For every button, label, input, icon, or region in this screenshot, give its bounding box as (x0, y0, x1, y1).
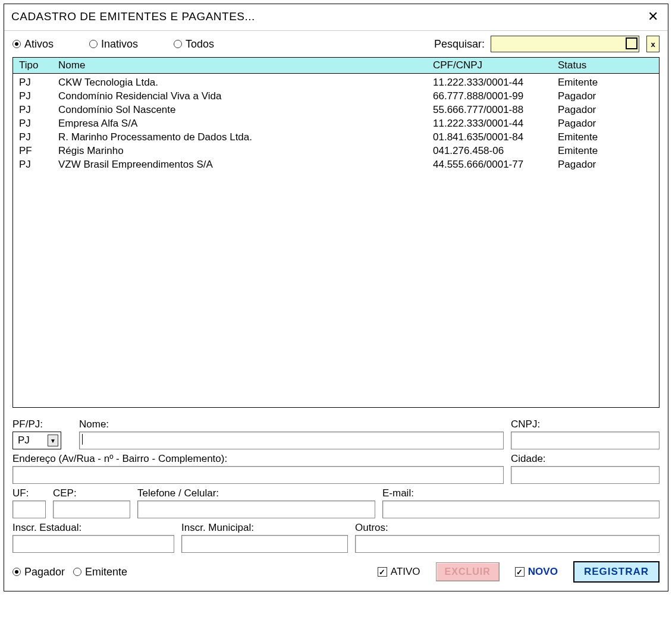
table-row[interactable]: PJVZW Brasil Empreendimentos S/A44.555.6… (19, 158, 653, 172)
radio-dot-icon (12, 568, 21, 576)
cell-tipo: PJ (19, 103, 58, 117)
radio-pagador[interactable]: Pagador (12, 566, 65, 578)
cell-cpf: 11.222.333/0001-44 (433, 76, 558, 90)
radio-ativos-label: Ativos (24, 38, 54, 51)
col-header-tipo[interactable]: Tipo (19, 59, 58, 71)
radio-inativos-label: Inativos (101, 38, 138, 51)
inscr-mun-field[interactable] (181, 535, 348, 553)
nome-field[interactable] (79, 432, 504, 449)
cell-nome: VZW Brasil Empreendimentos S/A (58, 158, 433, 172)
inscr-est-field[interactable] (12, 535, 174, 553)
cell-status: Emitente (558, 144, 653, 158)
cell-tipo: PJ (19, 158, 58, 172)
cell-nome: Empresa Alfa S/A (58, 117, 433, 131)
window-title: CADASTRO DE EMITENTES E PAGANTES... (11, 10, 255, 23)
search-label: Pesquisar: (434, 38, 485, 51)
radio-emitente[interactable]: Emitente (73, 566, 127, 578)
table-row[interactable]: PJEmpresa Alfa S/A11.222.333/0001-44Paga… (19, 117, 653, 131)
cell-nome: Régis Marinho (58, 144, 433, 158)
radio-todos[interactable]: Todos (174, 38, 214, 51)
cell-status: Emitente (558, 76, 653, 90)
radio-dot-icon (12, 40, 21, 48)
col-header-cpf[interactable]: CPF/CNPJ (433, 59, 558, 71)
col-header-nome[interactable]: Nome (58, 59, 433, 71)
cell-status: Pagador (558, 158, 653, 172)
telefone-field[interactable] (137, 501, 375, 518)
col-header-status[interactable]: Status (558, 59, 659, 71)
titlebar: CADASTRO DE EMITENTES E PAGANTES... ✕ (4, 4, 668, 30)
radio-emitente-label: Emitente (85, 566, 127, 578)
cell-status: Pagador (558, 103, 653, 117)
chevron-down-icon: ▼ (48, 435, 58, 446)
outros-field[interactable] (355, 535, 660, 553)
outros-label: Outros: (355, 522, 660, 534)
pfpj-value: PJ (18, 435, 30, 446)
cnpj-field[interactable] (511, 432, 660, 449)
email-field[interactable] (382, 501, 660, 518)
table-row[interactable]: PJR. Marinho Processamento de Dados Ltda… (19, 131, 653, 144)
novo-label: NOVO (528, 566, 558, 578)
radio-ativos[interactable]: Ativos (12, 38, 54, 51)
cell-cpf: 44.555.666/0001-77 (433, 158, 558, 172)
cell-nome: Condomínio Residencial Viva a Vida (58, 90, 433, 103)
inscr-est-label: Inscr. Estadual: (12, 522, 174, 534)
email-label: E-mail: (382, 487, 660, 499)
radio-todos-label: Todos (186, 38, 214, 51)
check-icon: ✓ (515, 567, 525, 577)
cell-tipo: PJ (19, 90, 58, 103)
cell-tipo: PJ (19, 117, 58, 131)
radio-dot-icon (73, 568, 81, 576)
entities-grid[interactable]: Tipo Nome CPF/CNPJ Status PJCKW Tecnolog… (12, 57, 660, 408)
cell-status: Emitente (558, 131, 653, 144)
cep-field[interactable] (53, 501, 130, 518)
radio-dot-icon (89, 40, 98, 48)
radio-pagador-label: Pagador (24, 566, 65, 578)
table-row[interactable]: PFRégis Marinho041.276.458-06Emitente (19, 144, 653, 158)
cell-cpf: 66.777.888/0001-99 (433, 90, 558, 103)
ativo-label: ATIVO (391, 566, 420, 578)
radio-dot-icon (174, 40, 182, 48)
table-row[interactable]: PJCKW Tecnologia Ltda.11.222.333/0001-44… (19, 76, 653, 90)
cnpj-label: CNPJ: (511, 418, 660, 430)
novo-checkbox[interactable]: ✓ NOVO (515, 566, 558, 578)
cell-cpf: 041.276.458-06 (433, 144, 558, 158)
cidade-label: Cidade: (511, 453, 660, 465)
close-icon[interactable]: ✕ (644, 9, 662, 24)
search-input[interactable] (491, 36, 639, 52)
pfpj-label: PF/PJ: (12, 418, 72, 430)
cep-label: CEP: (53, 487, 130, 499)
search-go-icon[interactable] (626, 37, 638, 49)
cell-nome: CKW Tecnologia Ltda. (58, 76, 433, 90)
inscr-mun-label: Inscr. Municipal: (181, 522, 348, 534)
cell-tipo: PJ (19, 76, 58, 90)
grid-header: Tipo Nome CPF/CNPJ Status (13, 58, 659, 74)
cell-cpf: 01.841.635/0001-84 (433, 131, 558, 144)
filter-radio-group: Ativos Inativos Todos (12, 38, 428, 51)
cell-tipo: PF (19, 144, 58, 158)
cell-cpf: 11.222.333/0001-44 (433, 117, 558, 131)
cell-status: Pagador (558, 90, 653, 103)
cell-cpf: 55.666.777/0001-88 (433, 103, 558, 117)
cell-nome: R. Marinho Processamento de Dados Ltda. (58, 131, 433, 144)
search-clear-button[interactable]: x (646, 36, 660, 52)
cell-status: Pagador (558, 117, 653, 131)
cell-tipo: PJ (19, 131, 58, 144)
endereco-field[interactable] (12, 466, 504, 484)
uf-field[interactable] (12, 501, 46, 518)
endereco-label: Endereço (Av/Rua - nº - Bairro - Complem… (12, 453, 504, 465)
table-row[interactable]: PJCondomínio Sol Nascente55.666.777/0001… (19, 103, 653, 117)
window-cadastro: CADASTRO DE EMITENTES E PAGANTES... ✕ At… (4, 4, 668, 591)
uf-label: UF: (12, 487, 46, 499)
excluir-button[interactable]: EXCLUIR (436, 562, 500, 581)
registrar-button[interactable]: REGISTRAR (573, 561, 660, 583)
cell-nome: Condomínio Sol Nascente (58, 103, 433, 117)
pfpj-select[interactable]: PJ ▼ (12, 432, 61, 449)
radio-inativos[interactable]: Inativos (89, 38, 138, 51)
check-icon: ✓ (378, 567, 387, 577)
nome-label: Nome: (79, 418, 504, 430)
ativo-checkbox[interactable]: ✓ ATIVO (378, 566, 420, 578)
cidade-field[interactable] (511, 466, 660, 484)
telefone-label: Telefone / Celular: (137, 487, 375, 499)
table-row[interactable]: PJCondomínio Residencial Viva a Vida66.7… (19, 90, 653, 103)
